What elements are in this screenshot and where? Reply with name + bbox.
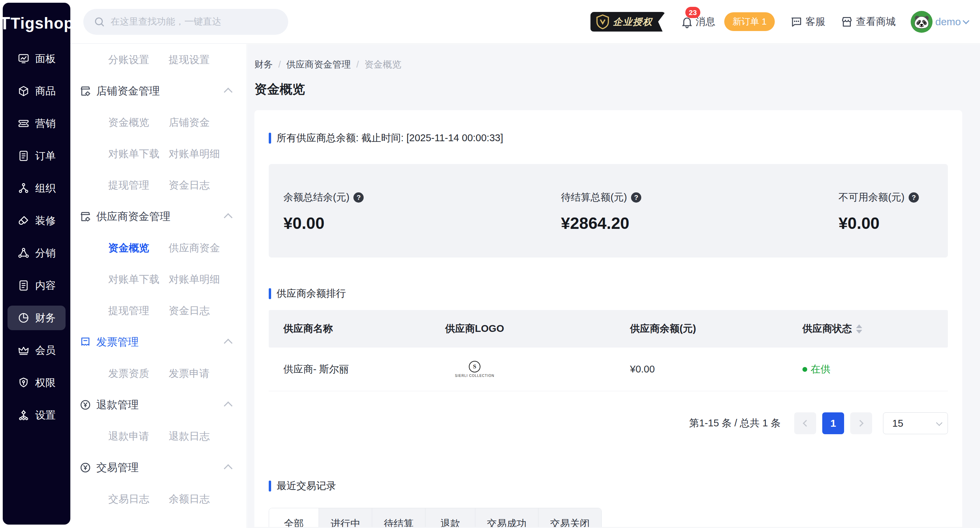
submenu-row: 发票资质 发票申请	[70, 358, 247, 389]
store-gear-icon	[79, 211, 92, 223]
view-mall-label: 查看商城	[856, 15, 896, 29]
sidebar-item-settings[interactable]: 设置	[8, 403, 65, 427]
submenu-item[interactable]: 提现管理	[94, 304, 169, 318]
next-page-button[interactable]	[850, 412, 872, 434]
submenu-row: 对账单下载 对账单明细	[70, 138, 247, 170]
submenu-item[interactable]: 供应商资金	[169, 241, 220, 255]
user-menu[interactable]: 🐼 demo	[911, 11, 968, 33]
supplier-logo-cell: S SIERLI COLLECTION	[455, 361, 494, 377]
submenu-group-transactions[interactable]: 交易管理	[70, 452, 247, 483]
submenu-item[interactable]: 退款申请	[94, 430, 169, 443]
sidebar-item-marketing[interactable]: 营销	[8, 111, 65, 136]
storefront-icon	[840, 15, 853, 28]
sort-toggle[interactable]	[856, 324, 862, 334]
page-title: 资金概览	[255, 81, 962, 98]
summary-section-title: 所有供应商总余额: 截止时间: [2025-11-14 00:00:33]	[277, 131, 503, 145]
stat-unavailable-balance: 不可用余额(元) ? ¥0.00	[838, 191, 919, 257]
tab-refund[interactable]: 退款	[425, 508, 475, 527]
breadcrumb-item-current: 资金概览	[364, 58, 401, 71]
stat-value: ¥0.00	[283, 214, 364, 233]
submenu-group-invoices[interactable]: 发票管理	[70, 327, 247, 358]
chevron-up-icon[interactable]	[224, 88, 232, 96]
search-input[interactable]	[111, 16, 278, 27]
sidebar-item-finance[interactable]: 财务	[8, 306, 65, 330]
submenu-item[interactable]: 分账设置	[94, 53, 169, 67]
section-accent-bar	[269, 288, 271, 299]
tab-all[interactable]: 全部	[269, 508, 319, 527]
chevron-up-icon[interactable]	[224, 464, 232, 473]
sidebar-item-label: 订单	[35, 149, 56, 163]
submenu-item[interactable]: 发票资质	[94, 367, 169, 381]
sidebar-item-permissions[interactable]: 权限	[8, 370, 65, 395]
finance-submenu: 分账设置 提现设置 店铺资金管理 资金概览 店铺资金 对账单下载 对账单明细 提…	[70, 44, 247, 528]
help-icon[interactable]: ?	[631, 192, 641, 203]
app-logo[interactable]: TTigshop	[3, 3, 70, 44]
crown-icon	[18, 344, 30, 357]
submenu-item[interactable]: 对账单下载	[94, 273, 169, 287]
tab-pending-settlement[interactable]: 待结算	[372, 508, 425, 527]
page-size-select[interactable]: 15	[883, 412, 948, 434]
submenu-item[interactable]: 对账单下载	[94, 147, 169, 161]
sidebar-item-orders[interactable]: 订单	[8, 144, 65, 168]
submenu-item[interactable]: 资金日志	[169, 178, 210, 192]
help-icon[interactable]: ?	[353, 192, 364, 203]
chevron-right-icon	[857, 420, 864, 427]
content-card: 所有供应商总余额: 截止时间: [2025-11-14 00:00:33] 余额…	[255, 110, 962, 527]
new-order-badge[interactable]: 新订单 1	[724, 12, 775, 31]
breadcrumb-item[interactable]: 财务	[255, 58, 273, 71]
chevron-up-icon[interactable]	[224, 339, 232, 347]
global-search[interactable]	[83, 9, 288, 35]
tab-closed[interactable]: 交易关闭	[538, 508, 601, 527]
sidebar-item-label: 商品	[35, 84, 56, 98]
submenu-item[interactable]: 资金概览	[94, 116, 169, 130]
ticket-icon	[18, 117, 30, 130]
submenu-item[interactable]: 发票申请	[169, 367, 210, 381]
submenu-item[interactable]: 店铺资金	[169, 116, 210, 130]
submenu-item[interactable]: 退款日志	[169, 430, 210, 443]
supplier-logo-caption: SIERLI COLLECTION	[455, 374, 494, 377]
sidebar-item-decoration[interactable]: 装修	[8, 208, 65, 233]
view-mall-button[interactable]: 查看商城	[840, 15, 896, 29]
sidebar-item-distribution[interactable]: 分销	[8, 241, 65, 265]
section-accent-bar	[269, 133, 271, 144]
supplier-ranking-table: 供应商名称 供应商LOGO 供应商余额(元) 供应商状态 供应商- 斯尔丽	[269, 310, 948, 391]
sidebar-item-dashboard[interactable]: 面板	[8, 46, 65, 71]
messages-button[interactable]: 23 消息	[681, 15, 715, 29]
submenu-item[interactable]: 提现管理	[94, 178, 169, 192]
breadcrumb-item[interactable]: 供应商资金管理	[286, 58, 351, 71]
submenu-item[interactable]: 对账单明细	[169, 147, 220, 161]
sidebar-item-organization[interactable]: 组织	[8, 176, 65, 201]
supplier-status-cell: 在供	[734, 363, 948, 376]
ranking-section-title: 供应商余额排行	[277, 287, 346, 301]
summary-section-header: 所有供应商总余额: 截止时间: [2025-11-14 00:00:33]	[269, 110, 948, 145]
submenu-row: 分账设置 提现设置	[70, 44, 247, 75]
submenu-item-active[interactable]: 资金概览	[94, 241, 169, 255]
chevron-up-icon[interactable]	[224, 401, 232, 410]
tab-in-progress[interactable]: 进行中	[319, 508, 372, 527]
submenu-group-label: 交易管理	[96, 460, 138, 475]
table-row[interactable]: 供应商- 斯尔丽 S SIERLI COLLECTION ¥0.00 在供	[269, 347, 948, 391]
submenu-group-shop-funds[interactable]: 店铺资金管理	[70, 75, 247, 107]
sidebar-item-members[interactable]: 会员	[8, 338, 65, 363]
help-icon[interactable]: ?	[908, 192, 919, 203]
prev-page-button[interactable]	[794, 412, 816, 434]
submenu-item[interactable]: 对账单明细	[169, 273, 220, 287]
submenu-item[interactable]: 交易日志	[94, 492, 169, 506]
sidebar-item-goods[interactable]: 商品	[8, 79, 65, 103]
submenu-item[interactable]: 余额日志	[169, 492, 210, 506]
column-header-supplier-name: 供应商名称	[269, 322, 403, 336]
submenu-item[interactable]: 资金日志	[169, 304, 210, 318]
trade-yuan-icon	[79, 461, 92, 474]
page-1-button[interactable]: 1	[822, 412, 844, 434]
sidebar-item-content[interactable]: 内容	[8, 273, 65, 298]
customer-service-button[interactable]: 客服	[790, 15, 825, 29]
submenu-group-label: 发票管理	[96, 335, 138, 349]
enterprise-badge[interactable]: 企业授权	[590, 12, 665, 32]
submenu-group-refunds[interactable]: 退款管理	[70, 389, 247, 420]
column-header-supplier-balance: 供应商余额(元)	[546, 322, 734, 336]
chevron-up-icon[interactable]	[224, 213, 232, 222]
submenu-item[interactable]: 提现设置	[169, 53, 210, 67]
column-header-supplier-status: 供应商状态	[734, 322, 948, 336]
tab-success[interactable]: 交易成功	[475, 508, 538, 527]
submenu-group-supplier-funds[interactable]: 供应商资金管理	[70, 201, 247, 232]
